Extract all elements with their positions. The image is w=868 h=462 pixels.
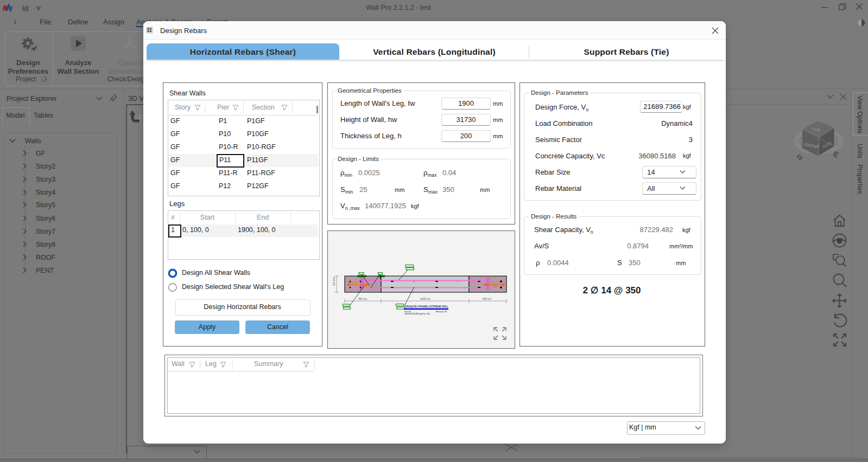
svg-text:300 mm: 300 mm bbox=[333, 277, 335, 286]
svg-text:(Vn=87229.482 kgf>Vu OK): (Vn=87229.482 kgf>Vu OK) bbox=[404, 312, 430, 315]
svg-text:450 mm: 450 mm bbox=[358, 298, 368, 300]
svg-text:P11 GF: P11 GF bbox=[491, 281, 500, 284]
svg-text:450 mm: 450 mm bbox=[483, 298, 492, 300]
svg-text:2Ø14@350, FRAMED, EXTREME WALL: 2Ø14@350, FRAMED, EXTREME WALL bbox=[404, 305, 448, 308]
svg-text:1000 mm: 1000 mm bbox=[420, 298, 430, 300]
svg-text:250: 250 bbox=[493, 285, 498, 288]
svg-text:S: S bbox=[795, 152, 804, 163]
svg-text:Ratio=0.25: Ratio=0.25 bbox=[436, 310, 447, 313]
